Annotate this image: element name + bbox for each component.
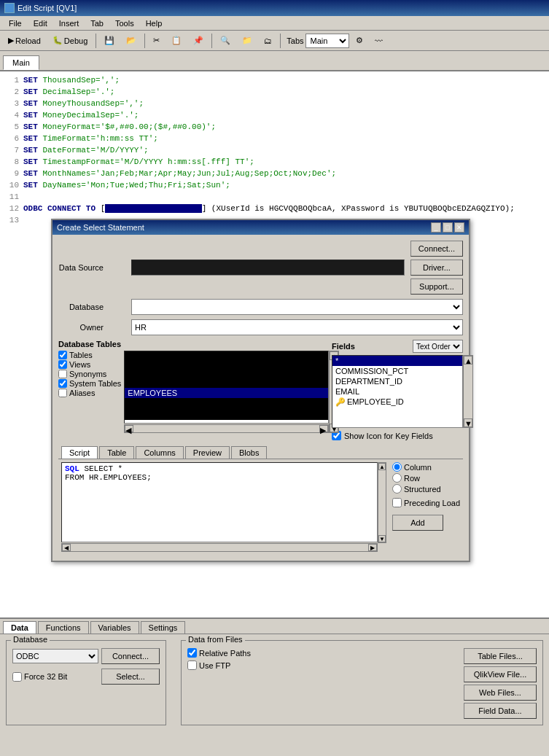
tab-main[interactable]: Main: [3, 55, 39, 70]
connect-button[interactable]: Connect...: [410, 241, 463, 257]
tab-functions[interactable]: Functions: [38, 621, 89, 634]
table-files-button[interactable]: Table Files...: [464, 648, 537, 664]
minimize-button[interactable]: _: [431, 222, 441, 233]
fields-scrollbar[interactable]: ▲ ▼: [463, 355, 473, 428]
sql-hscroll-track: [71, 544, 368, 551]
relative-paths-checkbox[interactable]: [187, 648, 197, 658]
fields-label: Fields: [332, 342, 355, 351]
cb-tables[interactable]: Tables: [58, 351, 121, 359]
db-type-select[interactable]: ODBC: [12, 649, 98, 663]
radio-row[interactable]: Row: [392, 473, 460, 483]
maximize-button[interactable]: □: [443, 222, 453, 233]
window-title: Edit Script [QV1]: [17, 4, 77, 12]
create-select-dialog: Create Select Statement _ □ ✕ Data Sourc…: [51, 219, 470, 562]
field-department[interactable]: DEPARTMENT_ID: [332, 376, 462, 386]
table-list-rest: [125, 398, 328, 420]
save-button[interactable]: 💾: [99, 33, 120, 49]
cb-views[interactable]: Views: [58, 360, 121, 369]
hscroll-right[interactable]: ▶: [319, 425, 328, 432]
relative-paths-label: Relative Paths: [199, 649, 251, 658]
menu-tab[interactable]: Tab: [85, 17, 109, 29]
tab-preview[interactable]: Preview: [185, 446, 230, 459]
bottom-connect-button[interactable]: Connect...: [101, 648, 160, 664]
field-data-button[interactable]: Field Data...: [464, 703, 537, 719]
cb-system-tables[interactable]: System Tables: [58, 379, 121, 388]
filter-checkboxes: Tables Views Synonyms System Tables Alia…: [58, 351, 121, 397]
fields-order-select[interactable]: Text Order: [413, 340, 463, 353]
fields-scroll-down[interactable]: ▼: [464, 418, 472, 427]
tab-variables[interactable]: Variables: [90, 621, 139, 634]
menu-insert[interactable]: Insert: [53, 17, 85, 29]
web-files-button[interactable]: Web Files...: [464, 685, 537, 701]
reload-button[interactable]: ▶ Reload: [3, 33, 46, 49]
tab-script[interactable]: Script: [61, 446, 98, 459]
table-item-employees[interactable]: EMPLOYEES: [125, 388, 328, 398]
cb-aliases[interactable]: Aliases: [58, 389, 121, 397]
sql-scroll-down[interactable]: ▼: [378, 535, 386, 542]
hscroll-left[interactable]: ◀: [125, 425, 133, 432]
sql-hscroll[interactable]: ◀ ▶: [61, 543, 378, 552]
copy-button[interactable]: 📋: [166, 33, 187, 49]
column-label: Column: [404, 463, 432, 472]
tab-select[interactable]: Main: [305, 34, 349, 48]
radio-structured[interactable]: Structured: [392, 484, 460, 494]
tab-blobs[interactable]: Blobs: [231, 446, 268, 459]
add-button[interactable]: Add: [392, 515, 443, 531]
sql-options: Column Row Structured Preceding Load Ad: [392, 462, 460, 552]
paste-button[interactable]: 📌: [188, 33, 209, 49]
toolbar: ▶ Reload 🐛 Debug 💾 📂 ✂ 📋 📌 🔍 📁 🗂 Tabs Ma…: [0, 31, 549, 51]
line-1: 1 SET ThousandSep=',';: [0, 74, 549, 86]
field-employee[interactable]: 🔑EMPLOYEE_ID: [332, 397, 462, 408]
files-group-label: Data from Files: [186, 635, 245, 644]
connect-buttons: Connect... Driver... Support...: [410, 241, 463, 295]
radio-column[interactable]: Column: [392, 462, 460, 472]
fields-scroll-up[interactable]: ▲: [464, 356, 472, 365]
debug-button[interactable]: 🐛 Debug: [47, 33, 93, 49]
sql-editor[interactable]: SQL SELECT * FROM HR.EMPLOYEES;: [61, 462, 378, 542]
open-button[interactable]: 📂: [121, 33, 141, 49]
sql-hscroll-right[interactable]: ▶: [368, 544, 377, 551]
owner-select[interactable]: HR: [131, 319, 463, 335]
menu-file[interactable]: File: [3, 17, 28, 29]
cut-button[interactable]: ✂: [148, 33, 165, 49]
sql-vscroll[interactable]: ▲ ▼: [378, 462, 386, 543]
sql-scroll-up[interactable]: ▲: [378, 463, 386, 470]
nav-button[interactable]: 🗂: [259, 33, 277, 49]
tab-columns[interactable]: Columns: [136, 446, 183, 459]
use-ftp-checkbox[interactable]: [187, 660, 197, 670]
close-button[interactable]: ✕: [454, 222, 464, 233]
tables-list[interactable]: EMPLOYEES: [124, 351, 329, 424]
sql-hscroll-left[interactable]: ◀: [62, 544, 71, 551]
tab-settings[interactable]: Settings: [141, 621, 186, 634]
tab-table[interactable]: Table: [99, 446, 134, 459]
menu-help[interactable]: Help: [140, 17, 168, 29]
driver-button[interactable]: Driver...: [410, 260, 463, 276]
separator-3: [211, 34, 212, 48]
settings-button[interactable]: ⚙: [351, 33, 368, 49]
tab-data[interactable]: Data: [3, 621, 36, 634]
field-commission[interactable]: COMMISSION_PCT: [332, 366, 462, 376]
folder-button[interactable]: 📁: [237, 33, 257, 49]
menu-tools[interactable]: Tools: [109, 17, 140, 29]
support-button[interactable]: Support...: [410, 278, 463, 295]
search-button[interactable]: 🔍: [215, 33, 235, 49]
menu-edit[interactable]: Edit: [28, 17, 53, 29]
field-email[interactable]: EMAIL: [332, 386, 462, 397]
relative-paths-row[interactable]: Relative Paths: [187, 648, 464, 658]
preceding-load-check[interactable]: Preceding Load: [392, 498, 460, 507]
fields-list[interactable]: * COMMISSION_PCT DEPARTMENT_ID EMAIL 🔑EM…: [332, 355, 463, 428]
cb-synonyms[interactable]: Synonyms: [58, 370, 121, 378]
wave-button[interactable]: 〰: [370, 33, 388, 49]
use-ftp-row[interactable]: Use FTP: [187, 660, 464, 670]
force32-row[interactable]: Force 32 Bit: [12, 669, 67, 685]
table-hscrollbar[interactable]: ◀ ▶: [124, 424, 329, 433]
files-row: Relative Paths Use FTP Table Files... Ql…: [187, 648, 537, 719]
force32-checkbox[interactable]: [12, 672, 22, 682]
datasource-input[interactable]: [131, 260, 405, 276]
bottom-select-button[interactable]: Select...: [101, 669, 160, 685]
database-select[interactable]: [131, 299, 463, 315]
datasource-row: Data Source Connect... Driver... Support…: [58, 241, 463, 295]
field-star[interactable]: *: [332, 356, 462, 366]
qlikview-file-button[interactable]: QlikView File...: [464, 666, 537, 682]
table-item-blank[interactable]: [125, 351, 328, 388]
